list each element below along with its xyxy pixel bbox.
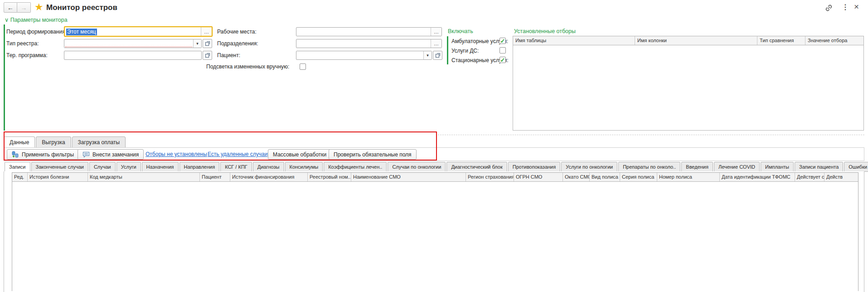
ds-services-checkbox[interactable] <box>499 47 506 54</box>
records-panel: Ред. История болезни Код медкарты Пациен… <box>4 171 864 292</box>
workplaces-ellipsis-button[interactable]: … <box>431 28 441 36</box>
check-required-fields-button[interactable]: Проверить обязательные поля <box>329 149 417 160</box>
params-section-title: Параметры монитора <box>10 17 68 23</box>
tab-records[interactable]: Записи <box>5 162 30 172</box>
tab-ksg-kpg[interactable]: КСГ / КПГ <box>220 162 252 172</box>
patient-label: Пациент: <box>217 51 240 60</box>
close-button[interactable]: × <box>854 2 859 12</box>
workplaces-input[interactable] <box>296 28 431 36</box>
more-menu-button[interactable]: ⋮ <box>842 3 849 11</box>
registry-type-input[interactable] <box>64 39 193 48</box>
params-section-header[interactable]: ∨ Параметры монитора <box>5 16 68 23</box>
get-link-button[interactable] <box>825 4 833 14</box>
tab-prescriptions[interactable]: Назначения <box>142 162 179 172</box>
tab-upload[interactable]: Выгрузка <box>36 136 71 148</box>
tab-services[interactable]: Услуги <box>116 162 141 172</box>
column-header-smo-name[interactable]: Наименование СМО <box>351 173 466 181</box>
deleted-cases-link[interactable]: Есть удаленные случаи <box>208 151 267 157</box>
tab-oncology-services[interactable]: Услуги по онкологии <box>561 162 617 172</box>
column-header-registry-number[interactable]: Реестровый ном.. <box>308 173 351 181</box>
column-header-smo-ogrn[interactable]: ОГРН СМО <box>514 173 563 181</box>
tab-diagnoses[interactable]: Диагнозы <box>253 162 284 172</box>
ellipsis-icon: … <box>434 41 439 46</box>
column-header-valid-from[interactable]: Действует с <box>795 173 824 181</box>
registry-type-label: Тип реестра: <box>6 39 39 48</box>
favorite-star-icon[interactable]: ★ <box>34 1 44 13</box>
period-ellipsis-button[interactable]: … <box>201 27 212 36</box>
forward-button[interactable]: → <box>17 2 31 13</box>
patient-field[interactable]: ▾ <box>296 51 432 60</box>
tab-cases[interactable]: Случаи <box>89 162 116 172</box>
back-button[interactable]: ← <box>4 2 17 13</box>
tab-registry-errors[interactable]: Ошибки Реестров <box>844 162 868 172</box>
patient-open-button[interactable] <box>433 51 442 60</box>
params-green-bar <box>4 24 5 131</box>
column-header-medcard-code[interactable]: Код медкарты <box>88 173 200 181</box>
records-table[interactable]: Ред. История болезни Код медкарты Пациен… <box>12 172 858 291</box>
include-green-bar <box>447 36 448 64</box>
ter-program-input[interactable] <box>64 51 201 59</box>
column-header-valid-truncated[interactable]: Действ <box>824 173 858 181</box>
stationary-services-checkbox[interactable]: ✓ <box>499 57 506 63</box>
column-header-filter-value[interactable]: Значение отбора <box>805 36 863 45</box>
apply-filters-button[interactable]: Применить фильтры <box>7 149 79 160</box>
forward-arrow-icon: → <box>21 4 27 11</box>
tab-referrals[interactable]: Направления <box>179 162 220 172</box>
chevron-down-icon: ▾ <box>427 53 429 58</box>
departments-field[interactable]: … <box>296 39 442 48</box>
open-form-icon <box>205 41 210 46</box>
ellipsis-icon: … <box>434 29 439 34</box>
column-header-funding-source[interactable]: Источник финансирования <box>230 173 308 181</box>
departments-ellipsis-button[interactable]: … <box>431 39 441 48</box>
column-header-policy-number[interactable]: Номер полиса <box>657 173 720 181</box>
tab-contraindications[interactable]: Противопоказания <box>508 162 560 172</box>
patient-input[interactable] <box>296 51 423 59</box>
ter-program-field[interactable] <box>64 51 202 60</box>
tab-data[interactable]: Данные <box>4 136 35 148</box>
period-field[interactable]: Этот месяц … <box>64 26 213 37</box>
ambulatory-services-checkbox[interactable]: ✓ <box>499 38 506 44</box>
add-remarks-button[interactable]: Внести замечания <box>78 149 144 160</box>
patient-dropdown-button[interactable]: ▾ <box>423 51 432 59</box>
tab-treatment-coefficients[interactable]: Коэффициенты лечен.. <box>324 162 387 172</box>
check-mark: ✓ <box>500 38 505 44</box>
tab-consiliums[interactable]: Консилиумы <box>285 162 323 172</box>
tab-oncology-drugs[interactable]: Препараты по онколо.. <box>618 162 680 172</box>
ter-program-open-button[interactable] <box>203 51 212 60</box>
column-header-smo-okato[interactable]: Окато СМО <box>563 173 590 181</box>
data-tab-strip: Записи Законченные случаи Случаи Услуги … <box>5 161 868 172</box>
column-header-policy-series[interactable]: Серия полиса <box>620 173 657 181</box>
registry-type-dropdown-button[interactable]: ▾ <box>193 39 201 48</box>
registry-type-field[interactable]: ▾ <box>64 39 202 48</box>
tab-diagnostic-block[interactable]: Диагностический блок <box>446 162 507 172</box>
period-label: Период формирования: <box>6 27 67 36</box>
workplaces-field[interactable]: … <box>296 27 442 36</box>
close-icon: × <box>854 2 859 11</box>
filters-not-set-link[interactable]: Отборы не установлены <box>145 151 207 157</box>
records-header-row: Ред. История болезни Код медкарты Пациен… <box>12 173 858 182</box>
column-header-policy-type[interactable]: Вид полиса <box>590 173 620 181</box>
tab-oncology-cases[interactable]: Случаи по онкологии <box>388 162 446 172</box>
column-header-tfoms-identification-date[interactable]: Дата идентификации ТФОМС <box>720 173 795 181</box>
column-header-insurance-region[interactable]: Регион страхования <box>466 173 514 181</box>
column-header-comparison-type[interactable]: Тип сравнения <box>757 36 805 45</box>
registry-type-open-button[interactable] <box>203 39 212 48</box>
column-header-case-history[interactable]: История болезни <box>28 173 88 181</box>
tab-covid-treatment[interactable]: Лечение COVID <box>714 162 760 172</box>
tab-finished-cases[interactable]: Законченные случаи <box>31 162 88 172</box>
column-header-table-name[interactable]: Имя таблицы <box>513 36 635 45</box>
tab-payment-load[interactable]: Загрузка оплаты <box>72 136 126 148</box>
tab-administrations[interactable]: Введения <box>681 162 713 172</box>
installed-filters-table[interactable]: Имя таблицы Имя колонки Тип сравнения Зн… <box>513 36 864 131</box>
departments-input[interactable] <box>296 39 431 48</box>
column-header-edit[interactable]: Ред. <box>12 173 28 181</box>
highlight-manual-label: Подсветка измененных вручную: <box>206 62 289 71</box>
column-header-column-name[interactable]: Имя колонки <box>635 36 757 45</box>
mass-processing-button[interactable]: Массовые обработки ▾ <box>268 149 337 160</box>
tab-implants[interactable]: Импланты <box>761 162 794 172</box>
column-header-patient[interactable]: Пациент <box>200 173 230 181</box>
tab-patient-records[interactable]: Записи пациента <box>795 162 843 172</box>
open-form-icon <box>205 53 210 58</box>
period-input[interactable]: Этот месяц <box>65 27 201 36</box>
highlight-manual-checkbox[interactable] <box>300 63 306 70</box>
